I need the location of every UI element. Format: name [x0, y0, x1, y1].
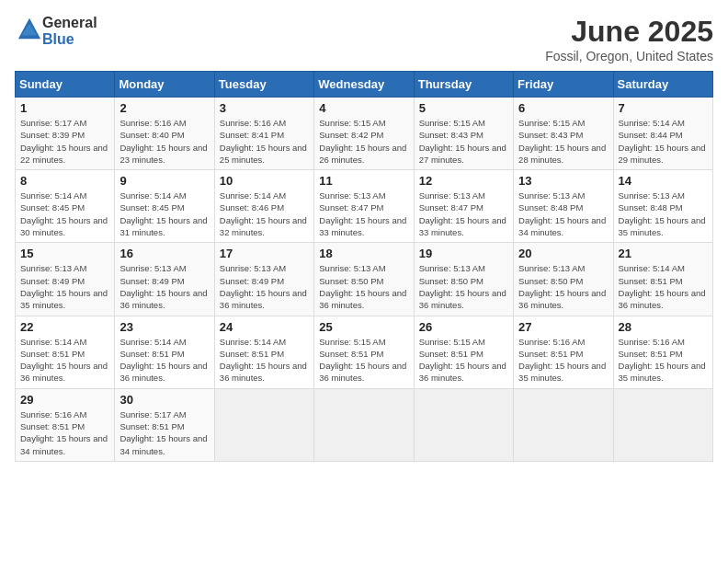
day-number: 14 [619, 174, 708, 188]
table-row: 21Sunrise: 5:14 AMSunset: 8:51 PMDayligh… [613, 243, 712, 316]
day-number: 12 [419, 174, 508, 188]
table-row [414, 388, 513, 461]
month-title: June 2025 [545, 15, 713, 49]
day-number: 18 [319, 247, 408, 260]
day-info: Sunrise: 5:16 AMSunset: 8:51 PMDaylight:… [518, 336, 608, 385]
day-number: 4 [319, 101, 408, 115]
col-sunday: Sunday [16, 72, 115, 98]
day-info: Sunrise: 5:14 AMSunset: 8:51 PMDaylight:… [220, 336, 309, 385]
day-number: 19 [419, 247, 508, 260]
day-number: 16 [119, 247, 209, 260]
table-row: 15Sunrise: 5:13 AMSunset: 8:49 PMDayligh… [16, 243, 115, 316]
title-area: June 2025 Fossil, Oregon, United States [545, 15, 713, 63]
table-row [314, 388, 414, 461]
day-number: 9 [119, 174, 209, 188]
day-info: Sunrise: 5:15 AMSunset: 8:43 PMDaylight:… [419, 117, 508, 166]
day-number: 6 [518, 101, 608, 115]
table-row: 26Sunrise: 5:15 AMSunset: 8:51 PMDayligh… [414, 316, 513, 388]
day-number: 27 [518, 320, 608, 334]
table-row: 27Sunrise: 5:16 AMSunset: 8:51 PMDayligh… [514, 316, 613, 388]
table-row: 7Sunrise: 5:14 AMSunset: 8:44 PMDaylight… [613, 98, 712, 170]
day-info: Sunrise: 5:13 AMSunset: 8:49 PMDaylight:… [220, 262, 309, 311]
calendar-table: Sunday Monday Tuesday Wednesday Thursday… [15, 71, 713, 462]
day-number: 7 [619, 101, 708, 115]
table-row: 30Sunrise: 5:17 AMSunset: 8:51 PMDayligh… [115, 388, 214, 461]
table-row: 2Sunrise: 5:16 AMSunset: 8:40 PMDaylight… [115, 98, 214, 170]
logo-general: General [42, 15, 97, 30]
day-number: 23 [119, 320, 209, 334]
day-number: 20 [518, 247, 608, 260]
table-row: 24Sunrise: 5:14 AMSunset: 8:51 PMDayligh… [214, 316, 313, 388]
day-number: 3 [220, 101, 309, 115]
col-tuesday: Tuesday [214, 72, 313, 98]
day-info: Sunrise: 5:13 AMSunset: 8:48 PMDaylight:… [518, 190, 608, 238]
table-row: 14Sunrise: 5:13 AMSunset: 8:48 PMDayligh… [613, 170, 712, 243]
col-saturday: Saturday [613, 72, 712, 98]
table-row: 17Sunrise: 5:13 AMSunset: 8:49 PMDayligh… [214, 243, 313, 316]
table-row: 13Sunrise: 5:13 AMSunset: 8:48 PMDayligh… [514, 170, 613, 243]
table-row: 4Sunrise: 5:15 AMSunset: 8:42 PMDaylight… [314, 98, 414, 170]
day-info: Sunrise: 5:16 AMSunset: 8:40 PMDaylight:… [119, 117, 209, 166]
day-info: Sunrise: 5:13 AMSunset: 8:47 PMDaylight:… [319, 190, 408, 238]
day-info: Sunrise: 5:15 AMSunset: 8:51 PMDaylight:… [419, 336, 508, 385]
table-row: 19Sunrise: 5:13 AMSunset: 8:50 PMDayligh… [414, 243, 513, 316]
table-row: 22Sunrise: 5:14 AMSunset: 8:51 PMDayligh… [16, 316, 115, 388]
day-info: Sunrise: 5:13 AMSunset: 8:48 PMDaylight:… [619, 190, 708, 238]
day-info: Sunrise: 5:15 AMSunset: 8:42 PMDaylight:… [319, 117, 408, 166]
table-row: 16Sunrise: 5:13 AMSunset: 8:49 PMDayligh… [115, 243, 214, 316]
table-row: 18Sunrise: 5:13 AMSunset: 8:50 PMDayligh… [314, 243, 414, 316]
calendar-week-3: 15Sunrise: 5:13 AMSunset: 8:49 PMDayligh… [16, 243, 713, 316]
day-info: Sunrise: 5:14 AMSunset: 8:46 PMDaylight:… [220, 190, 309, 238]
day-number: 25 [319, 320, 408, 334]
table-row: 1Sunrise: 5:17 AMSunset: 8:39 PMDaylight… [16, 98, 115, 170]
table-row: 20Sunrise: 5:13 AMSunset: 8:50 PMDayligh… [514, 243, 613, 316]
table-row: 12Sunrise: 5:13 AMSunset: 8:47 PMDayligh… [414, 170, 513, 243]
day-info: Sunrise: 5:15 AMSunset: 8:51 PMDaylight:… [319, 336, 408, 385]
day-info: Sunrise: 5:14 AMSunset: 8:51 PMDaylight:… [20, 336, 109, 385]
col-monday: Monday [115, 72, 214, 98]
day-info: Sunrise: 5:14 AMSunset: 8:45 PMDaylight:… [119, 190, 209, 238]
day-number: 11 [319, 174, 408, 188]
day-number: 28 [619, 320, 708, 334]
day-number: 30 [119, 393, 209, 407]
table-row: 8Sunrise: 5:14 AMSunset: 8:45 PMDaylight… [16, 170, 115, 243]
day-info: Sunrise: 5:14 AMSunset: 8:51 PMDaylight:… [619, 262, 708, 311]
day-info: Sunrise: 5:16 AMSunset: 8:51 PMDaylight:… [20, 408, 109, 457]
day-number: 29 [20, 393, 109, 407]
table-row: 3Sunrise: 5:16 AMSunset: 8:41 PMDaylight… [214, 98, 313, 170]
day-number: 17 [220, 247, 309, 260]
day-number: 2 [119, 101, 209, 115]
col-friday: Friday [514, 72, 613, 98]
day-info: Sunrise: 5:14 AMSunset: 8:45 PMDaylight:… [20, 190, 109, 238]
table-row [514, 388, 613, 461]
table-row: 28Sunrise: 5:16 AMSunset: 8:51 PMDayligh… [613, 316, 712, 388]
day-number: 8 [20, 174, 109, 188]
table-row: 25Sunrise: 5:15 AMSunset: 8:51 PMDayligh… [314, 316, 414, 388]
day-number: 22 [20, 320, 109, 334]
table-row: 10Sunrise: 5:14 AMSunset: 8:46 PMDayligh… [214, 170, 313, 243]
day-info: Sunrise: 5:14 AMSunset: 8:51 PMDaylight:… [119, 336, 209, 385]
day-info: Sunrise: 5:13 AMSunset: 8:49 PMDaylight:… [119, 262, 209, 311]
day-info: Sunrise: 5:16 AMSunset: 8:41 PMDaylight:… [220, 117, 309, 166]
day-number: 24 [220, 320, 309, 334]
day-info: Sunrise: 5:16 AMSunset: 8:51 PMDaylight:… [619, 336, 708, 385]
day-info: Sunrise: 5:13 AMSunset: 8:50 PMDaylight:… [319, 262, 408, 311]
day-number: 21 [619, 247, 708, 260]
table-row: 6Sunrise: 5:15 AMSunset: 8:43 PMDaylight… [514, 98, 613, 170]
calendar-week-1: 1Sunrise: 5:17 AMSunset: 8:39 PMDaylight… [16, 98, 713, 170]
day-number: 13 [518, 174, 608, 188]
calendar-week-4: 22Sunrise: 5:14 AMSunset: 8:51 PMDayligh… [16, 316, 713, 388]
day-info: Sunrise: 5:17 AMSunset: 8:39 PMDaylight:… [20, 117, 109, 166]
table-row: 9Sunrise: 5:14 AMSunset: 8:45 PMDaylight… [115, 170, 214, 243]
calendar-header-row: Sunday Monday Tuesday Wednesday Thursday… [16, 72, 713, 98]
day-info: Sunrise: 5:13 AMSunset: 8:47 PMDaylight:… [419, 190, 508, 238]
logo: General Blue [15, 15, 97, 48]
logo-blue: Blue [42, 31, 74, 47]
table-row [214, 388, 313, 461]
calendar-week-2: 8Sunrise: 5:14 AMSunset: 8:45 PMDaylight… [16, 170, 713, 243]
day-info: Sunrise: 5:13 AMSunset: 8:50 PMDaylight:… [518, 262, 608, 311]
day-info: Sunrise: 5:17 AMSunset: 8:51 PMDaylight:… [119, 408, 209, 457]
col-wednesday: Wednesday [314, 72, 414, 98]
day-info: Sunrise: 5:15 AMSunset: 8:43 PMDaylight:… [518, 117, 608, 166]
day-number: 1 [20, 101, 109, 115]
